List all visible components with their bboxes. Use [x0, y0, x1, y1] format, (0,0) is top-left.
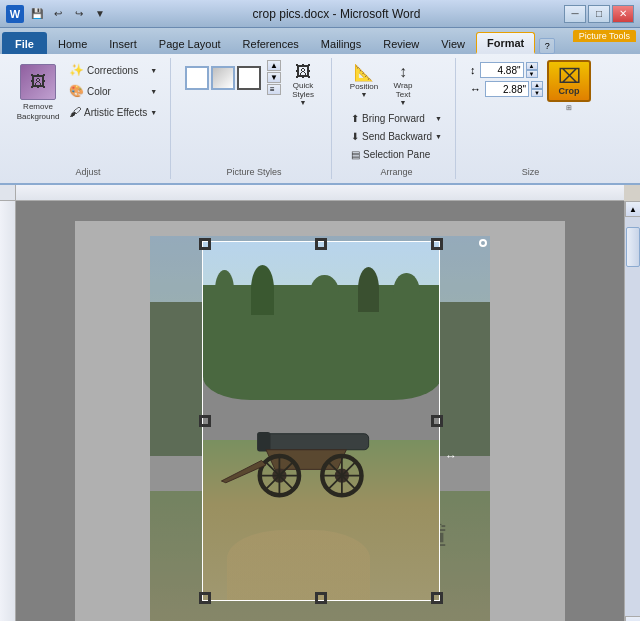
style-more[interactable]: ≡ [267, 84, 281, 95]
wrap-text-arrow: ▼ [400, 99, 407, 106]
save-button[interactable]: 💾 [28, 5, 46, 23]
style-down[interactable]: ▼ [267, 72, 281, 83]
undo-button[interactable]: ↩ [49, 5, 67, 23]
crop-image [203, 242, 440, 601]
style-swatch-3[interactable] [237, 66, 261, 90]
svg-rect-1 [261, 434, 368, 450]
wrap-text-icon: ↕ [399, 63, 407, 81]
style-up[interactable]: ▲ [267, 60, 281, 71]
tab-mailings[interactable]: Mailings [310, 32, 372, 54]
tab-page-layout[interactable]: Page Layout [148, 32, 232, 54]
title-bar: W 💾 ↩ ↪ ▼ crop pics.docx - Microsoft Wor… [0, 0, 640, 28]
size-content: ↕ ▲ ▼ ↔ ▲ ▼ [470, 60, 591, 163]
picture-styles-label: Picture Styles [227, 167, 282, 177]
vertical-scrollbar[interactable]: ▲ ▼ [624, 201, 640, 621]
style-swatches [185, 66, 265, 90]
scroll-track[interactable] [625, 217, 640, 616]
vertical-ruler [0, 201, 16, 621]
ruler-corner-right [624, 185, 640, 201]
bring-forward-button[interactable]: ⬆ Bring Forward ▼ [346, 110, 447, 127]
send-backward-button[interactable]: ⬇ Send Backward ▼ [346, 128, 447, 145]
size-label: Size [522, 167, 540, 177]
svg-rect-2 [257, 432, 270, 452]
artistic-effects-button[interactable]: 🖌 Artistic Effects ▼ [64, 102, 162, 122]
height-down[interactable]: ▼ [526, 70, 538, 78]
artistic-effects-icon: 🖌 [69, 105, 81, 119]
send-backward-icon: ⬇ [351, 131, 359, 142]
width-down[interactable]: ▼ [531, 89, 543, 97]
color-button[interactable]: 🎨 Color ▼ [64, 81, 162, 101]
tab-home[interactable]: Home [47, 32, 98, 54]
content-row: 🏛 [0, 201, 640, 621]
width-up[interactable]: ▲ [531, 81, 543, 89]
window-title: crop pics.docx - Microsoft Word [109, 7, 564, 21]
maximize-button[interactable]: □ [588, 5, 610, 23]
remove-background-label: RemoveBackground [17, 102, 60, 121]
dirt-path [227, 530, 370, 601]
wrap-text-button[interactable]: ↕ WrapText ▼ [385, 60, 421, 109]
selection-pane-label: Selection Pane [363, 149, 430, 160]
tab-review[interactable]: Review [372, 32, 430, 54]
corner-circle-tr [479, 239, 487, 247]
picture-tools-label: Picture Tools [573, 30, 636, 42]
word-app-icon: W [6, 5, 24, 23]
minimize-button[interactable]: ─ [564, 5, 586, 23]
quick-styles-icon: 🖼 [295, 63, 311, 81]
ribbon: Picture Tools File Home Insert Page Layo… [0, 28, 640, 185]
ribbon-content: 🖼 RemoveBackground ✨ Corrections ▼ 🎨 Col… [0, 54, 640, 183]
page-content: 🏛 [75, 221, 565, 621]
help-button[interactable]: ? [539, 38, 555, 54]
width-input[interactable] [485, 81, 529, 97]
remove-background-button[interactable]: 🖼 RemoveBackground [14, 60, 62, 125]
color-label: Color [87, 86, 111, 97]
quick-styles-button[interactable]: 🖼 QuickStyles ▼ [283, 60, 323, 109]
height-input[interactable] [480, 62, 524, 78]
scroll-down-button[interactable]: ▼ [625, 616, 640, 621]
tab-insert[interactable]: Insert [98, 32, 148, 54]
document-area[interactable]: 🏛 [16, 201, 624, 621]
height-arrows: ▲ ▼ [526, 62, 538, 78]
style-swatch-1[interactable] [185, 66, 209, 90]
crop-label: Crop [559, 86, 580, 96]
remove-background-icon: 🖼 [20, 64, 56, 100]
resize-cursor: ↔ [445, 449, 457, 463]
image-wrapper: 🏛 [150, 236, 490, 621]
corrections-label: Corrections [87, 65, 138, 76]
height-up[interactable]: ▲ [526, 62, 538, 70]
crop-button[interactable]: ⌧ Crop [547, 60, 591, 102]
height-spinner-row: ↕ ▲ ▼ [470, 62, 543, 78]
color-arrow: ▼ [150, 88, 157, 95]
corrections-icon: ✨ [69, 63, 84, 77]
corrections-button[interactable]: ✨ Corrections ▼ [64, 60, 162, 80]
size-spinners: ↕ ▲ ▼ ↔ ▲ ▼ [470, 60, 543, 97]
qat-more-button[interactable]: ▼ [91, 5, 109, 23]
style-swatch-2[interactable] [211, 66, 235, 90]
arrange-content: 📐 Position ▼ ↕ WrapText ▼ ⬆ Bring Forwar… [346, 60, 447, 163]
tab-view[interactable]: View [430, 32, 476, 54]
position-arrow: ▼ [361, 91, 368, 98]
arrange-row1: 📐 Position ▼ ↕ WrapText ▼ [346, 60, 421, 109]
cannon-svg [208, 375, 387, 537]
redo-button[interactable]: ↪ [70, 5, 88, 23]
size-dialog-launcher[interactable]: ⊞ [566, 104, 572, 112]
styles-row: ▲ ▼ ≡ [185, 60, 281, 95]
selection-pane-icon: ▤ [351, 149, 360, 160]
tab-references[interactable]: References [232, 32, 310, 54]
scroll-up-button[interactable]: ▲ [625, 201, 640, 217]
position-button[interactable]: 📐 Position ▼ [346, 60, 382, 109]
selection-pane-button[interactable]: ▤ Selection Pane [346, 146, 447, 163]
bring-forward-label: Bring Forward [362, 113, 425, 124]
color-icon: 🎨 [69, 84, 84, 98]
close-button[interactable]: ✕ [612, 5, 634, 23]
tab-format[interactable]: Format [476, 32, 535, 54]
quick-styles-label: QuickStyles [292, 81, 314, 99]
scroll-thumb[interactable] [626, 227, 640, 267]
tab-file[interactable]: File [2, 32, 47, 54]
bring-forward-icon: ⬆ [351, 113, 359, 124]
corrections-arrow: ▼ [150, 67, 157, 74]
adjust-label: Adjust [76, 167, 101, 177]
send-backward-arrow: ▼ [435, 133, 442, 140]
crop-icon: ⌧ [558, 66, 581, 86]
document-page: 🏛 [75, 221, 565, 621]
tree2 [251, 265, 275, 315]
